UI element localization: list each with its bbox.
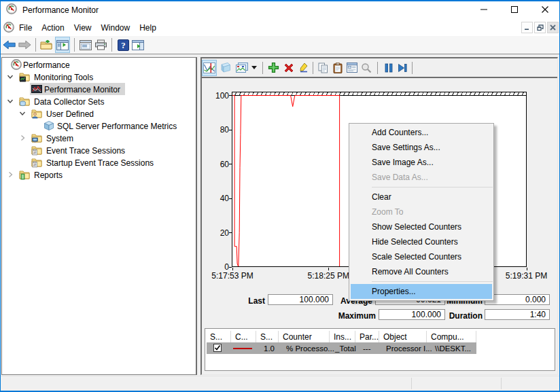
titlebar: Performance Monitor [0,0,560,20]
print-button[interactable] [94,37,107,53]
legend-col-scale[interactable]: S... [256,331,279,342]
counter-object: Processor I... [386,344,432,353]
counter-row[interactable]: 1.0 % Processo... _Total --- Processor I… [207,342,476,354]
change-graph-type-icon [236,63,248,73]
freeze-display-button[interactable] [383,60,394,76]
tree-item-label: Monitoring Tools [32,72,95,83]
menu-item-remove-all-counters[interactable]: Remove All Counters [349,264,493,279]
export-list-icon [40,39,54,50]
tree-item-data-collector-sets[interactable]: Data Collector Sets [2,95,196,107]
close-icon [542,6,548,13]
menu-item-clear[interactable]: Clear [349,190,493,204]
menu-item-show-selected-counters[interactable]: Show Selected Counters [349,219,493,234]
graph-context-menu: Add Counters... Save Settings As... Save… [349,123,494,301]
menu-item-hide-selected-counters[interactable]: Hide Selected Counters [349,234,493,249]
counter-checkbox[interactable] [213,344,222,353]
collapsed-chevron-icon[interactable] [7,171,14,178]
menu-action[interactable]: Action [37,21,69,35]
menu-item-save-image-as[interactable]: Save Image As... [349,155,493,170]
tree-item-label: Performance [21,60,72,71]
legend-col-counter[interactable]: Counter [279,331,330,342]
zoom-button[interactable] [360,60,373,76]
expanded-chevron-icon[interactable] [7,98,14,105]
tree-item-performance[interactable]: Performance [2,58,196,71]
forward-button[interactable] [18,37,31,53]
menu-item-properties[interactable]: Properties... [351,284,492,299]
tree-item-user-defined[interactable]: User Defined [2,107,196,120]
tree-item-label: System [44,133,75,144]
tree-item-system[interactable]: System [2,132,196,144]
collapsed-chevron-icon[interactable] [19,135,26,141]
stat-last-label: Last [211,296,265,306]
startup-event-trace-folder-icon: 10 01 [31,157,42,168]
data-collector-set-cube-icon [43,120,54,131]
show-action-pane-button[interactable] [131,37,145,53]
menu-item-add-counters[interactable]: Add Counters... [349,125,493,140]
expanded-chevron-icon[interactable] [19,110,26,117]
export-list-button[interactable] [40,37,54,53]
event-trace-folder-icon: 10 01 [31,145,42,156]
add-counter-button[interactable] [266,60,280,76]
main-toolbar: ? [0,36,560,54]
help-icon: ? [118,39,129,51]
mdi-close-icon [550,24,556,31]
user-defined-folder-icon [31,108,42,119]
mdi-restore-button[interactable] [534,22,546,33]
show-console-tree-icon [56,40,69,50]
highlight-button[interactable] [298,60,310,76]
properties-button[interactable] [345,60,359,76]
tree-item-sql-server-performance-metrics[interactable]: SQL Server Performance Metrics [2,120,196,132]
legend-col-computer[interactable]: Compu... [427,331,476,342]
graph-type-dropdown-caret[interactable] [251,66,257,69]
mdi-close-button[interactable] [547,22,559,33]
legend-col-object[interactable]: Object [379,331,427,342]
legend-col-parent[interactable]: Par... [355,331,379,342]
legend-col-show[interactable]: S... [206,331,231,342]
update-data-button[interactable] [396,60,409,76]
menu-item-scale-selected-counters[interactable]: Scale Selected Counters [349,249,493,264]
svg-text:01: 01 [33,164,36,167]
view-current-activity-icon [203,63,215,73]
mdi-minimize-button[interactable] [521,22,533,33]
properties-window-button[interactable] [79,37,92,53]
expanded-chevron-icon[interactable] [7,73,14,80]
view-current-activity-button[interactable] [202,60,217,76]
legend-header: S... C... S... Counter Ins... Par... Obj… [206,331,555,342]
maximize-icon [511,6,518,13]
menu-item-save-data-as[interactable]: Save Data As... [349,170,493,185]
stat-maximum-label: Maximum [321,311,376,321]
legend-col-instance[interactable]: Ins... [330,331,355,342]
menu-file[interactable]: File [14,21,37,35]
menu-view[interactable]: View [69,21,97,35]
close-button[interactable] [529,0,560,19]
show-console-tree-button[interactable] [55,37,70,53]
perfmon-gauge-icon [11,59,22,70]
menu-help[interactable]: Help [135,21,161,35]
highlight-icon [299,63,309,73]
tree-item-event-trace-sessions[interactable]: 10 01 Event Trace Sessions [2,144,196,156]
forward-icon [18,39,31,50]
view-log-data-button[interactable] [218,60,233,76]
properties-icon [347,63,357,73]
copy-properties-button[interactable] [316,60,330,76]
maximize-button[interactable] [499,0,529,19]
minimize-button[interactable] [468,0,499,19]
console-tree: Performance Monitoring Tools [1,57,197,375]
tree-item-startup-event-trace-sessions[interactable]: 10 01 Startup Event Trace Sessions [2,156,196,168]
status-divider [411,378,412,389]
tree-item-reports[interactable]: Reports [2,168,196,181]
menu-item-zoom-to[interactable]: Zoom To [349,204,493,219]
minimize-icon [480,6,487,13]
back-button[interactable] [3,37,16,53]
paste-counter-list-button[interactable] [331,60,344,76]
menu-window[interactable]: Window [97,21,135,35]
help-button[interactable]: ? [116,37,130,53]
legend-col-color[interactable]: C... [231,331,256,342]
delete-counter-button[interactable] [282,60,296,76]
tree-item-monitoring-tools[interactable]: Monitoring Tools [2,71,196,83]
menu-item-save-settings-as[interactable]: Save Settings As... [349,140,493,155]
change-graph-type-button[interactable] [234,60,249,76]
paste-counter-list-icon [333,63,343,73]
tree-item-performance-monitor[interactable]: Performance Monitor [2,83,196,95]
perfmon-menu-icon [3,22,14,35]
